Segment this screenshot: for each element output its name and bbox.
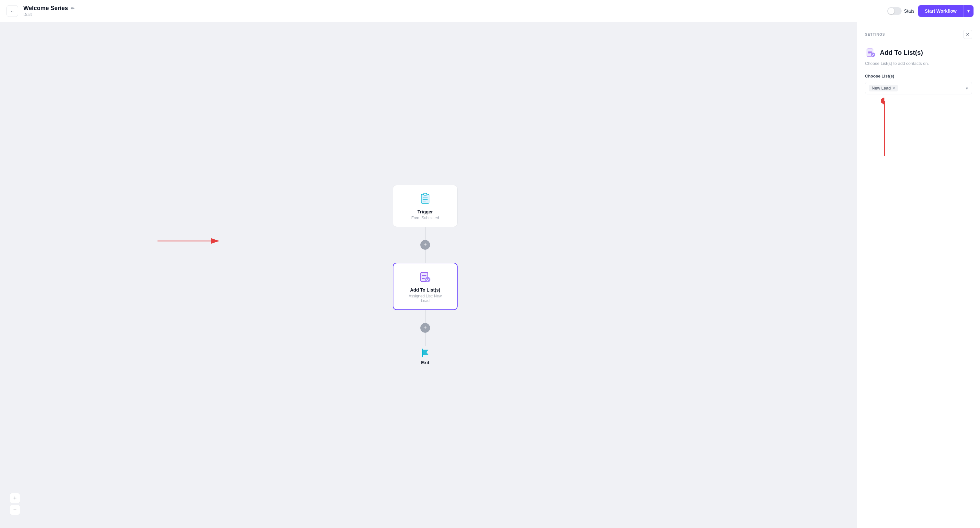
settings-node-desc: Choose List(s) to add contacts on.	[865, 61, 972, 66]
back-icon: ←	[10, 8, 14, 14]
zoom-in-button[interactable]: +	[10, 493, 20, 503]
stats-toggle[interactable]	[887, 7, 902, 15]
connector-4	[425, 333, 425, 346]
add-to-list-node[interactable]: Add To List(s) Assigned List: New Lead	[393, 263, 458, 310]
trigger-node-title: Trigger	[417, 209, 433, 214]
add-node-button-2[interactable]: +	[420, 323, 430, 333]
svg-rect-2	[421, 194, 429, 203]
exit-node[interactable]: Exit	[418, 346, 432, 365]
svg-point-17	[871, 53, 875, 57]
header-right: Stats Start Workflow ▾	[887, 5, 974, 17]
settings-node-icon	[865, 47, 877, 58]
draft-badge: Draft	[23, 12, 887, 17]
svg-point-11	[425, 277, 430, 282]
add-to-list-node-subtitle: Assigned List: New Lead	[404, 294, 447, 303]
trigger-icon	[418, 192, 432, 206]
settings-node-title: Add To List(s)	[880, 49, 923, 56]
settings-node-icon-svg	[866, 48, 876, 57]
add-to-list-node-title: Add To List(s)	[410, 287, 440, 292]
settings-section-label: Choose List(s)	[865, 73, 972, 78]
start-workflow-dropdown-button[interactable]: ▾	[963, 5, 974, 17]
selected-list-tag: New Lead ×	[869, 85, 898, 91]
start-workflow-group: Start Workflow ▾	[918, 5, 974, 17]
selected-list-name: New Lead	[872, 86, 891, 91]
trigger-node-subtitle: Form Submitted	[411, 216, 439, 220]
settings-node-header: Add To List(s)	[865, 47, 972, 58]
workflow-area: Trigger Form Submitted +	[393, 185, 458, 365]
connector-2	[425, 250, 425, 263]
settings-panel: SETTINGS ✕ Add To List(s) Choose List(s)…	[857, 22, 980, 528]
start-workflow-button[interactable]: Start Workflow	[918, 5, 963, 17]
red-vertical-arrow-annotation	[881, 97, 888, 156]
settings-header: SETTINGS ✕	[865, 30, 972, 39]
trigger-node[interactable]: Trigger Form Submitted	[393, 185, 458, 227]
settings-title: SETTINGS	[865, 32, 885, 36]
edit-icon[interactable]: ✏	[71, 6, 75, 11]
red-arrow-annotation	[154, 234, 226, 247]
exit-node-label: Exit	[421, 360, 430, 365]
trigger-icon-svg	[419, 193, 431, 205]
workflow-canvas[interactable]: Trigger Form Submitted +	[0, 22, 857, 528]
zoom-controls: + −	[10, 493, 20, 515]
stats-toggle-container: Stats	[887, 7, 915, 15]
settings-close-button[interactable]: ✕	[963, 30, 972, 39]
exit-icon-svg	[419, 347, 431, 359]
exit-icon	[418, 346, 432, 360]
list-tag-remove-button[interactable]: ×	[893, 86, 895, 91]
add-node-button-1[interactable]: +	[420, 240, 430, 250]
stats-label: Stats	[904, 8, 915, 14]
svg-rect-3	[423, 193, 427, 195]
connector-1	[425, 227, 425, 240]
title-area: Welcome Series ✏ Draft	[23, 5, 887, 17]
main-layout: Trigger Form Submitted +	[0, 22, 980, 528]
add-to-list-icon	[418, 270, 432, 284]
list-selector-chevron-icon: ▾	[966, 86, 968, 91]
list-selector[interactable]: New Lead × ▾	[865, 82, 972, 94]
add-to-list-icon-svg	[419, 271, 431, 283]
back-button[interactable]: ←	[6, 5, 18, 17]
header: ← Welcome Series ✏ Draft Stats Start Wor…	[0, 0, 980, 22]
connector-3	[425, 310, 425, 323]
page-title: Welcome Series ✏	[23, 5, 887, 12]
zoom-out-button[interactable]: −	[10, 505, 20, 515]
workflow-name: Welcome Series	[23, 5, 68, 12]
